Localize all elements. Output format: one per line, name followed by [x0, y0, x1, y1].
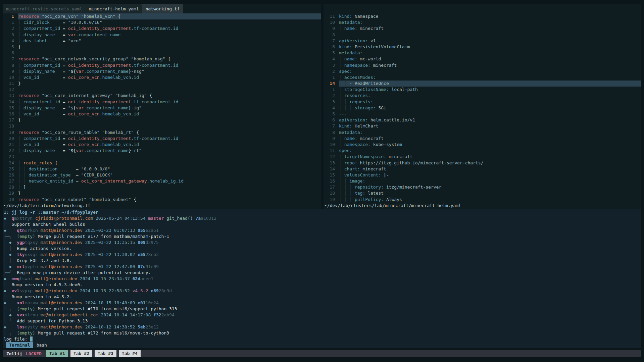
token: 2025-03-23 01:07:13 [85, 228, 135, 233]
token [146, 216, 148, 221]
token [33, 288, 35, 293]
line-number: 14 [3, 99, 18, 105]
token [342, 191, 344, 196]
token: destination [29, 166, 57, 171]
line-number: 1 [3, 13, 18, 19]
token: oci_identity_compartment [68, 136, 131, 141]
code-line: 6kind: PersistentVolumeClaim [324, 44, 641, 50]
log-line: 1: jj log -r ::master ~/d/ffpyplayer [3, 209, 641, 215]
token: cidr_block [23, 20, 50, 25]
buffer-tab-networking.tf[interactable]: networking.tf [142, 4, 183, 13]
token: targetNamespace: [344, 154, 386, 159]
log-line: │ ◆ vvxxlrnu me@mirkogalimberti.com 2024… [3, 312, 641, 318]
line-number: 3 [324, 62, 339, 68]
log-line: │ Bump version to 4.5.3.dev0. [3, 282, 641, 288]
token: resource [18, 93, 39, 98]
line-number: 27 [3, 178, 18, 184]
code-line: 8--- [324, 32, 641, 38]
token: ├─╮ [4, 330, 11, 335]
token: 2025-05-24 04:13:54 [96, 216, 146, 221]
token: .compartment_name [84, 148, 129, 153]
token [21, 75, 23, 80]
token [77, 276, 80, 281]
zellij-tab-3[interactable]: Tab #3 [95, 350, 116, 357]
token: svpxp [19, 288, 33, 293]
token: 28e9d [159, 288, 172, 293]
terminal-tab-shell[interactable]: bash [37, 342, 47, 348]
token: │ [339, 197, 342, 202]
token: │ │ [4, 258, 11, 263]
log-line: │ Support aarch64 wheel builds [3, 221, 641, 227]
token: minecraft [357, 26, 384, 31]
token [21, 32, 23, 37]
token: matt@einhorn.dev [41, 228, 83, 233]
code-line: 27│ │ network_entity_id = oci_core_inter… [3, 178, 321, 184]
token: .tf-compartment.id [131, 99, 179, 104]
token: │ [4, 240, 9, 245]
token: │ [18, 142, 21, 147]
line-number: 5 [324, 111, 339, 117]
line-number: 2 [3, 25, 18, 32]
token: = [50, 20, 68, 25]
token: mrl [17, 264, 24, 269]
token: me@mirkogalimberti.com [41, 312, 98, 317]
zellij-tab-1[interactable]: Tab #1 [46, 350, 68, 357]
token: kube-system [370, 142, 402, 147]
token: minecraft [386, 154, 412, 159]
token: │ [339, 191, 342, 196]
editor-pane-left[interactable]: minecraft-restic-secrets.yamlminecraft-h… [3, 4, 321, 209]
token: minecraft [357, 136, 384, 141]
line-number: 6 [3, 50, 18, 56]
terminal-tab-active[interactable]: Terminal [6, 342, 33, 348]
buffer-tab-minecraft-helm.yaml[interactable]: minecraft-helm.yaml [86, 4, 142, 13]
line-number: 10 [324, 19, 339, 25]
log-line: ├─╮ (empty) Merge pull request #170 from… [3, 306, 641, 312]
token: resource [18, 197, 39, 202]
buffer-tab-minecraft-restic-secrets.yaml[interactable]: minecraft-restic-secrets.yaml [3, 4, 86, 13]
line-number: 13 [324, 160, 339, 166]
token: Merge pull request #177 from matham/math… [35, 234, 169, 239]
token: = [60, 99, 68, 104]
token: │ [18, 172, 21, 177]
token: latest [365, 191, 384, 196]
line-number: 6 [324, 44, 339, 50]
token [38, 324, 41, 329]
terminal-pane[interactable]: 1: jj log -r ::master ~/d/ffpyplayer◆ qm… [3, 209, 641, 348]
token [6, 216, 12, 221]
token: │ [339, 178, 342, 184]
token: compartment_id [23, 63, 60, 68]
code-line: 26│ │ destination_type = "CIDR_BLOCK" [3, 172, 321, 178]
code-line: 8│ compartment_id = oci_identity_compart… [3, 62, 321, 68]
token: 62d [133, 276, 140, 281]
token [21, 38, 23, 43]
token [21, 20, 23, 25]
token [38, 252, 41, 257]
token [342, 63, 344, 68]
token: repo: [344, 160, 357, 165]
token: matt@einhorn.dev [41, 300, 83, 305]
token [6, 276, 12, 281]
line-number: 4 [324, 56, 339, 62]
token: 28cb3 [146, 252, 159, 257]
token: ├─╯ [4, 270, 11, 275]
token [11, 330, 17, 335]
log-line: ◆ losuysty matt@einhorn.dev 2024-10-12 1… [3, 324, 641, 330]
line-number: 16 [3, 111, 18, 117]
editor-pane-right[interactable]: 11kind: Namespace10metadata:9│ name: min… [324, 4, 641, 209]
token: e89 [151, 288, 158, 293]
token: 5Gi [376, 105, 386, 110]
token [6, 288, 12, 293]
code-line: 12│ targetNamespace: minecraft [324, 154, 641, 160]
line-number: 21 [3, 142, 18, 148]
terminal-prompt[interactable]: log file: [3, 336, 641, 342]
zellij-tab-2[interactable]: Tab #2 [70, 350, 92, 357]
token: name: [344, 56, 357, 61]
line-number: 14 [324, 81, 339, 87]
log-line: ├─╯ Begin new primary device after poten… [3, 270, 641, 276]
log-line: │ │ Drop EOL 3.7 and 3.8. [3, 258, 641, 264]
zellij-tab-4[interactable]: Tab #4 [119, 350, 141, 357]
line-number: 19 [3, 130, 18, 136]
token: │ [339, 166, 342, 171]
token [21, 166, 23, 171]
token: .tf-compartment.id [131, 136, 179, 141]
